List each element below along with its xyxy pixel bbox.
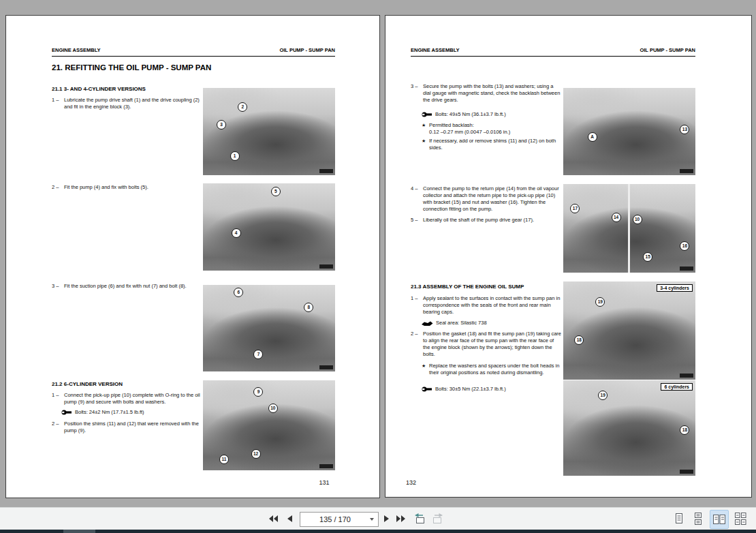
figure-ref-tag [680, 470, 693, 474]
pdf-toolbar: 135 / 170 [0, 507, 756, 530]
bottom-edge-highlight [63, 530, 95, 533]
step-number: 3 – [52, 283, 64, 290]
previous-page-button[interactable] [282, 511, 297, 527]
step-item: 2 – Position the gasket (18) and fit the… [411, 331, 562, 358]
figure-callout: 9 [253, 387, 263, 397]
page-indicator: 135 / 170 [300, 515, 370, 523]
figure-callout: 1 [230, 151, 240, 161]
last-page-icon [396, 514, 407, 523]
step-text: Secure the pump with the bolts (13) and … [423, 83, 562, 104]
figure-callout: 12 [251, 449, 261, 459]
step-number: 4 – [411, 185, 423, 213]
figure-photo: A 13 [563, 88, 695, 175]
step-number: 5 – [411, 217, 423, 224]
torque-text: Bolts: 30±5 Nm (22.1±3.7 lb.ft.) [435, 386, 506, 393]
figure-callout: 5 [271, 187, 281, 196]
section-heading: 21.3 ASSEMBLY OF THE ENGINE OIL SUMP [411, 284, 524, 290]
previous-view-button[interactable] [412, 511, 427, 527]
page-number-input[interactable]: 135 / 170 [300, 512, 379, 527]
next-page-icon [382, 514, 390, 523]
figure-callout: 10 [268, 403, 278, 413]
torque-text: Bolts: 24±2 Nm (17.7±1.5 lb.ft) [75, 409, 144, 416]
last-page-button[interactable] [394, 511, 409, 527]
single-page-icon [672, 512, 686, 526]
figure-variant-label: 3-4 cylinders [657, 284, 693, 292]
figure-photo: 5 4 [203, 183, 335, 271]
figure-photo: 2 3 1 [203, 88, 335, 175]
step-item: 1 – Connect the pick-up pipe (10) comple… [52, 392, 202, 406]
step-number: 1 – [411, 295, 423, 316]
previous-page-icon [285, 514, 294, 523]
step-text: Connect the pump to the return pipe (14)… [423, 185, 562, 213]
figure-photo: 6 cylinders 19 18 [563, 380, 695, 476]
figure-callout: 6 [234, 288, 243, 297]
header-section: ENGINE ASSEMBLY [52, 47, 101, 53]
step-text: Position the gasket (18) and fit the sum… [423, 331, 562, 358]
next-view-icon [430, 513, 445, 525]
step-text: Position the shims (11) and (12) that we… [64, 421, 202, 434]
note-text: If necessary, add or remove shims (11) a… [429, 138, 565, 151]
note-item: If necessary, add or remove shims (11) a… [422, 138, 565, 151]
torque-text: Bolts: 49±5 Nm (36.1±3.7 lb.ft.) [435, 111, 506, 118]
section-heading: 21.1 3- AND 4-CYLINDER VERSIONS [52, 86, 146, 92]
page-dropdown-caret-icon[interactable] [370, 518, 374, 521]
step-number: 1 – [52, 97, 64, 110]
step-item: 3 – Secure the pump with the bolts (13) … [411, 83, 562, 104]
photo-divider [628, 184, 630, 273]
seal-spec: Seal area: Silastic 738 [422, 320, 487, 326]
star-icon [422, 138, 429, 151]
figure-callout: 7 [253, 350, 263, 359]
figure-variant-label: 6 cylinders [661, 383, 693, 391]
torque-spec: Bolts: 24±2 Nm (17.7±1.5 lb.ft) [61, 409, 144, 416]
view-facing-pages-button[interactable] [710, 510, 729, 529]
page-header: ENGINE ASSEMBLY OIL PUMP - SUMP PAN [52, 47, 335, 57]
step-item: 1 – Lubricate the pump drive shaft (1) a… [52, 97, 202, 110]
page-number: 132 [406, 479, 433, 486]
step-item: 4 – Connect the pump to the return pipe … [411, 185, 562, 213]
figure-ref-tag [319, 365, 333, 369]
step-item: 3 – Fit the suction pipe (6) and fix wit… [52, 283, 202, 290]
chapter-title: 21. REFITTING THE OIL PUMP - SUMP PAN [52, 63, 211, 72]
figure-callout: A [588, 132, 597, 142]
note-item: Permitted backlash: 0.12 –0.27 mm (0.004… [422, 122, 565, 136]
figure-ref-tag [319, 169, 333, 173]
step-text: Connect the pick-up pipe (10) complete w… [64, 392, 202, 406]
view-facing-continuous-button[interactable] [731, 510, 749, 528]
figure-photo: 6 8 7 [203, 285, 335, 371]
figure-callout: 16 [680, 241, 689, 251]
next-view-button[interactable] [430, 511, 445, 527]
first-page-button[interactable] [266, 511, 281, 527]
page-header: ENGINE ASSEMBLY OIL PUMP - SUMP PAN [411, 47, 695, 57]
torque-spec: Bolts: 30±5 Nm (22.1±3.7 lb.ft.) [422, 386, 506, 393]
previous-view-icon [412, 513, 427, 525]
view-single-page-button[interactable] [670, 510, 688, 528]
figure-callout: 18 [680, 425, 689, 435]
figure-callout: 13 [680, 125, 689, 134]
note-value: 0.12 –0.27 mm (0.0047 –0.0106 in.) [429, 129, 510, 135]
next-page-button[interactable] [379, 511, 394, 527]
figure-callout: 11 [219, 455, 229, 464]
figure-callout: 14 [612, 213, 621, 222]
star-icon [422, 122, 429, 136]
header-section: ENGINE ASSEMBLY [411, 47, 460, 53]
step-text: Fit the pump (4) and fix with bolts (5). [64, 184, 202, 191]
note-item: Replace the washers and spacers under th… [422, 363, 563, 376]
step-number: 1 – [52, 392, 64, 406]
header-topic: OIL PUMP - SUMP PAN [640, 47, 695, 53]
torque-wrench-icon [422, 112, 432, 117]
step-number: 2 – [411, 331, 423, 358]
figure-ref-tag [319, 464, 333, 468]
torque-spec: Bolts: 49±5 Nm (36.1±3.7 lb.ft.) [422, 111, 506, 118]
figure-callout: 17 [570, 204, 580, 213]
page-number: 131 [311, 479, 338, 486]
step-number: 2 – [52, 184, 64, 191]
continuous-pages-icon [691, 512, 705, 526]
two-page-spread-icon [712, 513, 726, 526]
figure-callout: 19 [595, 297, 605, 307]
step-item: 2 – Fit the pump (4) and fix with bolts … [52, 184, 202, 191]
figure-photo: 17 14 10 16 15 [563, 184, 695, 273]
figure-photo: 9 10 11 12 [203, 380, 335, 470]
figure-ref-tag [680, 374, 693, 378]
view-continuous-button[interactable] [689, 510, 707, 528]
first-page-icon [268, 514, 279, 523]
